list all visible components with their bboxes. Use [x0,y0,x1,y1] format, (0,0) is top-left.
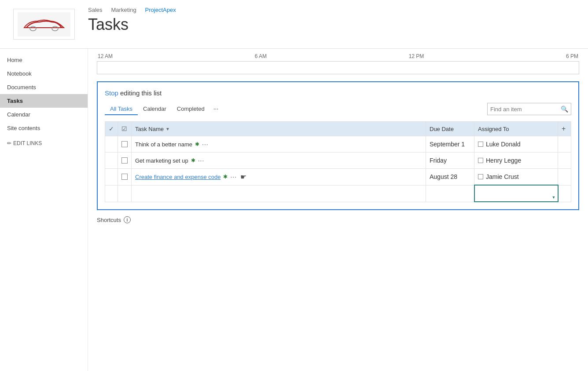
td-assigned-new[interactable] [474,185,558,202]
sort-icon[interactable]: ▼ [165,127,170,131]
due-date-1: September 1 [426,138,474,151]
td-checkbox-new [118,185,132,202]
table-header-row: ✓ ☑ Task Name ▼ [105,122,571,136]
nav-marketing[interactable]: Marketing [111,7,136,13]
stop-editing-link[interactable]: Stop [105,89,118,97]
ellipsis-3[interactable]: ··· [230,173,237,180]
add-column-icon[interactable]: + [562,125,566,133]
sidebar-item-home[interactable]: Home [0,53,88,67]
shortcuts-bar[interactable]: Shortcuts i [97,216,579,223]
header-right: Sales Marketing ProjectApex Tasks [88,4,176,33]
sidebar-item-tasks[interactable]: Tasks [0,94,88,108]
th-assigned-to: Assigned To [474,122,558,136]
th-select-all[interactable]: ☑ [118,122,132,136]
checkmark-icon: ✓ [109,125,114,132]
star-icon-3[interactable]: ✱ [223,174,228,180]
edit-links-button[interactable]: ✏ EDIT LINKS [0,137,88,150]
star-icon-1[interactable]: ✱ [195,141,199,147]
timeline-labels: 12 AM 6 AM 12 PM 6 PM [97,53,579,59]
td-check-3 [105,169,118,186]
list-container: Stop editing this list All Tasks Calenda… [97,81,579,210]
nav-projectapex[interactable]: ProjectApex [145,7,176,13]
search-input[interactable] [490,106,561,113]
sidebar-item-calendar[interactable]: Calendar [0,108,88,121]
info-icon[interactable]: i [124,216,131,223]
td-task-new[interactable] [132,185,426,202]
td-check-2 [105,153,118,169]
th-task-name[interactable]: Task Name ▼ [132,122,426,136]
task-name-1: Think of a better name [135,141,192,148]
ellipsis-2[interactable]: ··· [198,157,205,164]
td-task-3: Create finance and expense code ✱ ··· ☛ [132,169,426,186]
tab-completed[interactable]: Completed [172,103,210,115]
assigned-checkbox-3[interactable] [478,174,483,179]
due-date-3: August 28 [426,170,474,183]
sidebar-item-documents[interactable]: Documents [0,80,88,94]
timeline-label-12am: 12 AM [98,53,113,59]
th-due-date: Due Date [426,122,474,136]
logo-image [13,9,75,40]
th-due-date-label: Due Date [430,126,454,132]
th-checkmark: ✓ [105,122,118,136]
task-table: ✓ ☑ Task Name ▼ [105,121,571,202]
cursor-indicator: ☛ [240,173,246,181]
td-task-2: Get marketing set up ✱ ··· [132,153,426,169]
td-extra-2 [558,153,571,169]
nav-links: Sales Marketing ProjectApex [88,7,176,13]
tab-all-tasks[interactable]: All Tasks [105,103,138,115]
sidebar-item-site-contents[interactable]: Site contents [0,121,88,135]
td-checkbox-3[interactable] [118,169,132,186]
search-icon[interactable]: 🔍 [561,105,568,113]
assigned-name-3: Jamie Crust [486,173,519,180]
td-duedate-new [426,185,474,202]
table-new-row [105,185,571,202]
timeline-bar [97,61,579,74]
td-checkbox-2[interactable] [118,153,132,169]
assigned-checkbox-2[interactable] [478,158,483,163]
main-content: 12 AM 6 AM 12 PM 6 PM Stop editing this … [88,49,588,371]
table-row: Think of a better name ✱ ··· September 1… [105,136,571,153]
row-checkbox-1[interactable] [121,141,128,147]
assigned-checkbox-1[interactable] [478,142,483,147]
sidebar-item-notebook[interactable]: Notebook [0,67,88,80]
th-task-name-label: Task Name [135,126,164,132]
td-checkbox-1[interactable] [118,136,132,153]
td-duedate-1: September 1 [426,136,474,153]
main-layout: Home Notebook Documents Tasks Calendar S… [0,49,588,371]
td-check-new [105,185,118,202]
pencil-icon: ✏ [7,140,11,146]
table-row: Get marketing set up ✱ ··· Friday Henry … [105,153,571,169]
td-extra-3 [558,169,571,186]
sidebar: Home Notebook Documents Tasks Calendar S… [0,49,88,371]
task-link-3[interactable]: Create finance and expense code [135,174,220,180]
td-duedate-2: Friday [426,153,474,169]
view-tabs: All Tasks Calendar Completed ··· 🔍 [105,103,571,115]
tab-more[interactable]: ··· [210,103,222,115]
timeline-label-6am: 6 AM [255,53,267,59]
edit-links-label: EDIT LINKS [13,140,42,146]
row-checkbox-3[interactable] [121,174,128,180]
table-row: Create finance and expense code ✱ ··· ☛ … [105,169,571,186]
td-task-1: Think of a better name ✱ ··· [132,136,426,153]
nav-sales[interactable]: Sales [88,7,103,13]
shortcuts-label: Shortcuts [97,217,121,223]
star-icon-2[interactable]: ✱ [191,157,195,164]
tab-calendar[interactable]: Calendar [138,103,172,115]
assigned-name-2: Henry Legge [486,157,521,164]
th-add-column[interactable]: + [558,122,571,136]
logo-area [0,4,88,44]
page-header: Sales Marketing ProjectApex Tasks [0,0,588,49]
td-check-1 [105,136,118,153]
svg-rect-0 [18,12,70,36]
timeline: 12 AM 6 AM 12 PM 6 PM [97,53,579,74]
th-assigned-to-label: Assigned To [478,126,509,132]
ellipsis-1[interactable]: ··· [202,141,209,148]
search-box: 🔍 [487,103,571,115]
select-all-icon[interactable]: ☑ [121,125,127,132]
assigned-name-1: Luke Donald [486,141,521,148]
td-assigned-2: Henry Legge [474,153,558,169]
page-title: Tasks [88,16,176,33]
td-extra-1 [558,136,571,153]
td-duedate-3: August 28 [426,169,474,186]
row-checkbox-2[interactable] [121,157,128,164]
